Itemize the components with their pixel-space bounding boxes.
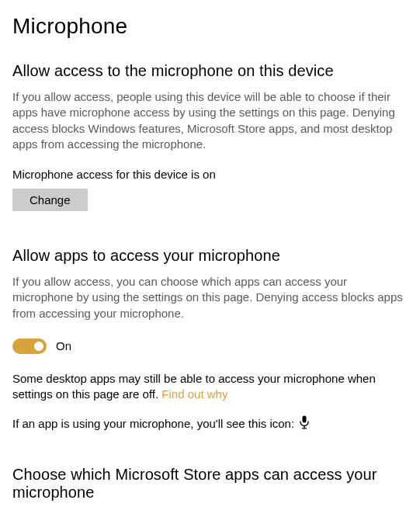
app-access-toggle-label: On xyxy=(56,339,71,352)
section-device-body: If you allow access, people using this d… xyxy=(12,89,404,152)
app-access-toggle[interactable] xyxy=(12,338,47,354)
svg-rect-0 xyxy=(303,416,307,423)
section-app-title: Allow apps to access your microphone xyxy=(12,247,404,265)
microphone-icon xyxy=(299,415,310,429)
mic-in-use-text: If an app is using your microphone, you'… xyxy=(12,417,294,430)
find-out-why-link[interactable]: Find out why xyxy=(161,387,227,401)
page-title: Microphone xyxy=(12,14,404,39)
section-app-access: Allow apps to access your microphone If … xyxy=(12,247,404,430)
section-app-body: If you allow access, you can choose whic… xyxy=(12,274,404,321)
device-access-status: Microphone access for this device is on xyxy=(12,168,404,181)
section-device-title: Allow access to the microphone on this d… xyxy=(12,62,404,80)
desktop-apps-note: Some desktop apps may still be able to a… xyxy=(12,371,404,403)
app-access-toggle-row: On xyxy=(12,338,404,354)
toggle-slider xyxy=(12,338,47,354)
mic-in-use-icon-line: If an app is using your microphone, you'… xyxy=(12,416,404,430)
change-button[interactable]: Change xyxy=(12,189,88,211)
section-choose-title: Choose which Microsoft Store apps can ac… xyxy=(12,466,404,502)
section-device-access: Allow access to the microphone on this d… xyxy=(12,62,404,211)
section-choose-apps: Choose which Microsoft Store apps can ac… xyxy=(12,466,404,502)
